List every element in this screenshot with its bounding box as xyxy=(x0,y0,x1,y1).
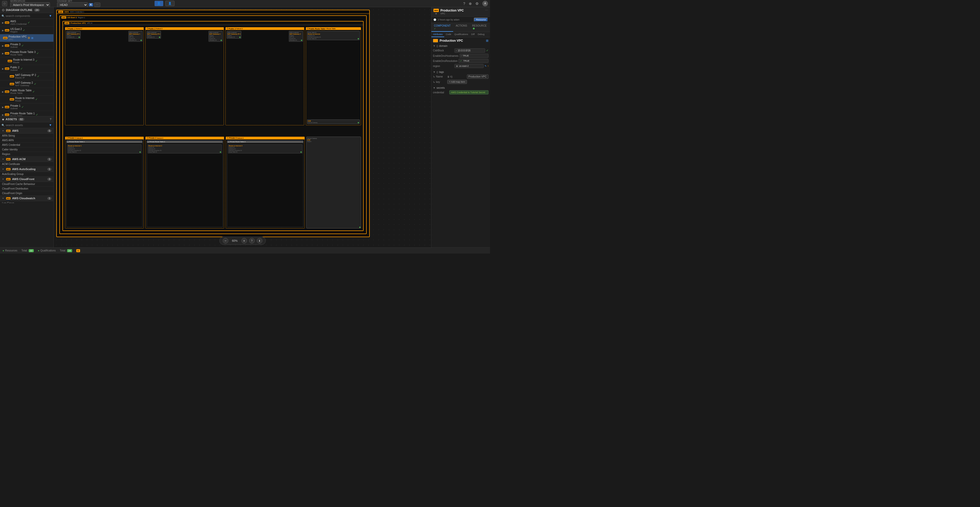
asset-log-group[interactable]: Log Group xyxy=(0,201,54,203)
subtab-code[interactable]: Code xyxy=(444,32,453,37)
help-icon[interactable]: ? xyxy=(463,2,465,6)
canvas-area[interactable]: aws AWS AWS Credential 1 aws US East 2 R… xyxy=(54,7,431,247)
resource-btn[interactable]: Resource xyxy=(474,17,488,22)
asset-cf-cache[interactable]: CloudFront Cache Behaviour xyxy=(0,182,54,186)
resources-label: Resources xyxy=(5,249,18,252)
nat-gw1-node[interactable]: AWS Credential NAT Gateway 1 Region: VPC… xyxy=(129,31,143,42)
asset-cf-dist[interactable]: CloudFront Distribution xyxy=(0,186,54,191)
domain-prefix: () xyxy=(436,45,438,47)
component-grid-icon[interactable]: ⊞ xyxy=(486,39,488,43)
asset-aws-arn[interactable]: AWS ARN xyxy=(0,138,54,143)
outline-item-nat-gw2[interactable]: aws NAT Gateway 2 NAT Gateway ✓ xyxy=(0,80,54,88)
nat-ip3-node[interactable]: AWS Credential NAT Gateway IP 3 Region: … xyxy=(227,31,241,39)
ri1-node[interactable]: Route to Internet 1 Subnet ID: Gateway I… xyxy=(67,144,142,154)
secrets-section[interactable]: ▼ secrets xyxy=(433,86,488,89)
outline-item-route-table3[interactable]: ▶ aws Provate Route Table 3 Route Table … xyxy=(0,49,54,57)
panel-meta: 🕐 2 hours ago by adam Resource xyxy=(431,17,490,23)
color-swatch[interactable] xyxy=(433,39,438,43)
search-components-input[interactable] xyxy=(6,14,48,17)
aws-group-arrow xyxy=(2,130,4,132)
asset-group-aws[interactable]: aws AWS 5 xyxy=(0,128,54,134)
zoom-out-btn[interactable]: − xyxy=(223,238,228,243)
search-assets-input[interactable] xyxy=(6,124,48,127)
name-row: ↳ Name 🗑 f() Production VPC xyxy=(433,75,488,79)
region-radio: ◉ xyxy=(456,65,458,67)
changeset-select[interactable]: HEAD xyxy=(57,2,88,8)
outline-item-production-vpc[interactable]: aws Production VPC VPC ⚙ ⊞ xyxy=(0,34,54,42)
dns-res-value[interactable]: ✓ TRUE xyxy=(458,59,488,63)
outline-item-prt1[interactable]: ▶ aws Private Route Table 1 Route Table … xyxy=(0,111,54,116)
outline-item-nat-ip2[interactable]: aws NAT Gateway IP 2 Elastic IP ✓ xyxy=(0,73,54,80)
outline-item-pub-rt[interactable]: ▶ aws Public Route Table Route Table ✓ xyxy=(0,88,54,96)
aws-status: ✓ xyxy=(28,21,30,24)
route-internet-node[interactable]: Route Table ID: Route to Internet Gatewa… xyxy=(307,31,360,40)
rt3-label: Provate Route Table 3 xyxy=(10,51,35,54)
asset-group-cloudfront[interactable]: aws AWS CloudFront 3 xyxy=(0,176,54,182)
nat-gw2-node[interactable]: AWS Credential NAT Gateway 2 Region: VPC… xyxy=(208,31,223,42)
outline-item-us-east-2[interactable]: ▶ aws US East 2 Region ✓ xyxy=(0,27,54,34)
zoom-in-btn[interactable]: + xyxy=(241,238,247,243)
collab-button[interactable]: 👤 xyxy=(154,1,163,6)
asset-region[interactable]: Region xyxy=(0,152,54,157)
subtab-debug[interactable]: Debug xyxy=(476,32,486,37)
outline-item-route3[interactable]: aws Route to Internet 3 Route ✓ xyxy=(0,57,54,65)
tab-component[interactable]: COMPONENT ✓ xyxy=(431,23,453,32)
igw-big-node[interactable]: Internet Gateway IGW Region: xyxy=(306,137,361,229)
tab-actions[interactable]: ACTIONS xyxy=(453,23,469,32)
asset-acm-cert[interactable]: ACM Certificate xyxy=(0,162,54,167)
asset-group-acm[interactable]: aws AWS ACM 1 xyxy=(0,157,54,162)
avatar[interactable]: A xyxy=(482,1,488,6)
ri3-node[interactable]: Route to Internet 3 Subnet ID: Gateway I… xyxy=(228,144,302,154)
zoom-help-btn[interactable]: ? xyxy=(249,238,255,243)
asset-cf-origin[interactable]: CloudFront Origin xyxy=(0,191,54,196)
changeset-options-btn[interactable]: ⋯ xyxy=(94,3,100,7)
dns-host-value[interactable]: I TRUE xyxy=(460,54,489,58)
asset-caller-identity[interactable]: Caller Identity xyxy=(0,147,54,152)
nat-ip1-node[interactable]: AWS Credential NAT Gateway IP 1 Region: … xyxy=(66,31,81,39)
subtab-attributes[interactable]: Attributes xyxy=(431,32,444,37)
outline-item-route-internet[interactable]: aws Route to Internet Route ✓ xyxy=(0,96,54,103)
outline-item-private1[interactable]: ▶ aws Private 1 Subnet ✓ xyxy=(0,103,54,111)
domain-section[interactable]: ▼ () domain xyxy=(433,45,488,47)
dns-host-row: EnableDnsHostnames I TRUE xyxy=(433,54,488,58)
assets-help-icon[interactable]: ? xyxy=(49,118,51,121)
us-east-box: aws US East 2 Region 1 aws Production VP… xyxy=(59,15,367,234)
cidr-value[interactable]: I 10.0.0.0/16 xyxy=(455,48,485,53)
panel-header: aws ⊞ Production VPC VPC ⋯ xyxy=(431,7,490,17)
zoom-download-btn[interactable]: ⬇ xyxy=(257,238,262,243)
tags-label: tags xyxy=(439,71,444,73)
assets-filter-icon[interactable]: ▼ xyxy=(49,123,52,127)
subtab-diff[interactable]: Diff xyxy=(470,32,476,37)
cred-value[interactable]: AWS Credential to Tutorial Secret xyxy=(449,90,488,94)
nat-gw3-node[interactable]: AWS Credential NAT Gateway 3 Region: VPC… xyxy=(289,31,303,42)
panel-menu-icon[interactable]: ⋯ xyxy=(485,9,488,12)
private3-status: ✓ xyxy=(21,44,24,47)
name-value[interactable]: Production VPC xyxy=(467,75,489,79)
prt1-box: ⬡ Private Route Table 1 Route to Interne… xyxy=(66,140,143,227)
asset-aws-credential[interactable]: AWS Credential xyxy=(0,143,54,147)
discord-icon[interactable]: ⊕ xyxy=(469,2,472,6)
asset-group-cloudwatch[interactable]: aws AWS Cloudwatch 1 xyxy=(0,196,54,201)
add-map-btn[interactable]: + Add map item xyxy=(447,80,467,84)
ri2-node[interactable]: Route to Internet 2 Subnet ID: Gateway I… xyxy=(148,144,222,154)
tags-section[interactable]: ▼ () tags xyxy=(433,71,488,73)
expand-arrow-2: ▶ xyxy=(2,29,4,32)
subtab-qualifications[interactable]: Qualifications xyxy=(453,32,470,37)
us-east-icon: aws xyxy=(61,16,66,19)
name-delete-icon[interactable]: 🗑 xyxy=(447,75,450,78)
region-value[interactable]: ◉ us-east-2 xyxy=(455,64,484,68)
outline-item-aws[interactable]: ▶ aws AWS AWS Credential ✓ xyxy=(0,19,54,27)
asset-group-autoscaling[interactable]: aws AWS AutoScaling 1 xyxy=(0,167,54,172)
outline-item-public2[interactable]: ▶ aws Public 2 Subnet ✓ xyxy=(0,65,54,73)
igw-node[interactable]: IGW Internet Gateway xyxy=(307,119,360,124)
nat-ip2-node[interactable]: AWS Credential NAT Gateway IP 2 Region: … xyxy=(146,31,161,39)
tab-resource[interactable]: RESOURCE xyxy=(469,23,490,32)
asset-arn-string[interactable]: ARN String xyxy=(0,134,54,138)
settings-icon[interactable]: ⚙ xyxy=(476,2,479,6)
collab2-button[interactable]: 👤 xyxy=(165,1,175,6)
asset-autoscaling-group[interactable]: AutoScaling Group xyxy=(0,172,54,176)
outline-item-private3[interactable]: ▶ aws Private 3 Subnet ✓ xyxy=(0,42,54,49)
region-edit-icon[interactable]: ✎ xyxy=(485,65,487,67)
filter-icon[interactable]: ▼ xyxy=(49,14,52,17)
workspace-select[interactable]: Adam's Prod Workspace xyxy=(10,2,50,8)
